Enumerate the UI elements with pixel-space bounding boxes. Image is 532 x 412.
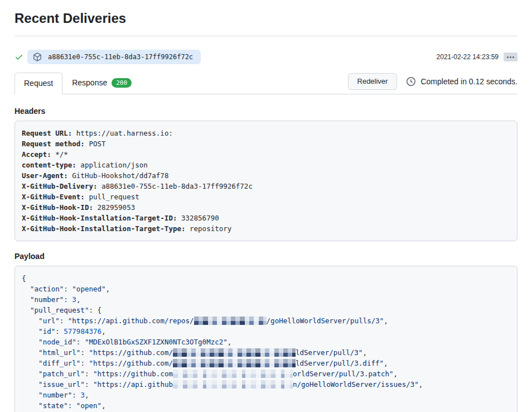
page-title: Recent Deliveries xyxy=(14,10,518,27)
completed-duration-text: Completed in 0.12 seconds. xyxy=(420,77,518,86)
delivery-options-button[interactable] xyxy=(504,52,518,61)
payload-line: "action": "opened", xyxy=(22,284,510,294)
package-icon xyxy=(33,52,42,61)
tab-request[interactable]: Request xyxy=(14,73,62,94)
header-line: X-GitHub-Event: pull_request xyxy=(22,191,510,202)
delivery-timestamp: 2021-02-22 14:23:59 xyxy=(437,53,499,61)
tabnav-right-controls: Redeliver Completed in 0.12 seconds. xyxy=(348,73,518,90)
payload-line: "url": "https://api.github.com/repos//go… xyxy=(22,315,510,326)
payload-code-block: { "action": "opened", "number": 3, "pull… xyxy=(14,266,518,412)
request-response-tabnav: Request Response 200 Redeliver Completed… xyxy=(14,72,518,94)
redacted-text xyxy=(194,317,267,325)
redacted-text xyxy=(173,359,296,367)
payload-line: "number": 3, xyxy=(22,390,510,400)
header-line: User-Agent: GitHub-Hookshot/dd7af78 xyxy=(22,170,510,181)
payload-section-title: Payload xyxy=(14,252,518,261)
payload-line: "diff_url": "https://github.com/ldServer… xyxy=(22,358,510,368)
payload-line: "html_url": "https://github.com/ldServer… xyxy=(22,347,510,358)
headers-section-title: Headers xyxy=(14,107,518,116)
header-line: X-GitHub-Hook-Installation-Target-ID: 33… xyxy=(22,213,510,223)
headers-code-block: Request URL: https://uat.harness.io:Requ… xyxy=(14,121,518,241)
response-status-badge: 200 xyxy=(112,78,132,88)
header-line: X-GitHub-Hook-Installation-Target-Type: … xyxy=(22,223,510,234)
header-line: Request method: POST xyxy=(22,138,510,149)
title-divider xyxy=(14,36,518,36)
payload-line: "node_id": "MDExOlB1bGxSZXF1ZXN0NTc3OTg0… xyxy=(22,337,510,347)
delivery-row: a88631e0-755c-11eb-8da3-17ff9926f72c 202… xyxy=(14,49,518,65)
redacted-text xyxy=(173,348,296,357)
payload-line: "pull_request": { xyxy=(22,305,510,315)
header-line: Accept: */* xyxy=(22,149,510,160)
header-line: X-GitHub-Delivery: a88631e0-755c-11eb-8d… xyxy=(22,181,510,191)
tab-response[interactable]: Response 200 xyxy=(62,72,141,94)
check-icon xyxy=(14,52,23,61)
kebab-horizontal-icon xyxy=(507,56,509,58)
redacted-text xyxy=(173,380,293,389)
clock-icon xyxy=(407,77,415,86)
payload-line: "number": 3, xyxy=(22,294,510,305)
redeliver-button[interactable]: Redeliver xyxy=(348,73,398,90)
delivery-guid-toggle[interactable]: a88631e0-755c-11eb-8da3-17ff9926f72c xyxy=(27,50,201,64)
payload-line: "id": 577984376, xyxy=(22,326,510,337)
tab-request-label: Request xyxy=(24,78,53,89)
payload-line: "patch_url": "https://github.comorldServ… xyxy=(22,368,510,379)
header-line: content-type: application/json xyxy=(22,160,510,170)
payload-line: "state": "open", xyxy=(22,400,510,411)
delivery-guid: a88631e0-755c-11eb-8da3-17ff9926f72c xyxy=(48,53,193,61)
header-line: Request URL: https://uat.harness.io: xyxy=(22,128,510,138)
redacted-text xyxy=(173,370,293,378)
payload-line: { xyxy=(22,273,510,284)
tab-response-label: Response xyxy=(72,78,107,88)
payload-line: "issue_url": "https://api.githubn/goHell… xyxy=(22,379,510,390)
recent-deliveries-page: Recent Deliveries a88631e0-755c-11eb-8da… xyxy=(0,10,532,412)
header-line: X-GitHub-Hook-ID: 282959053 xyxy=(22,202,510,213)
